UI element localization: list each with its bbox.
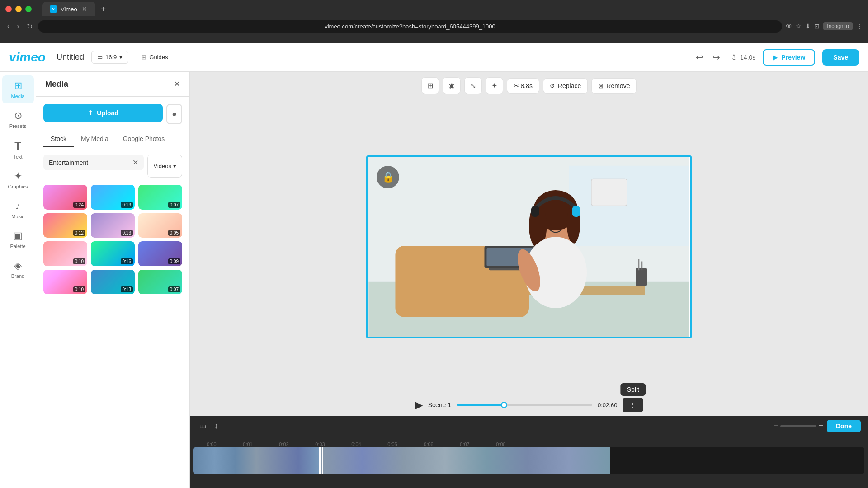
tab-close-button[interactable]: ✕ [81, 5, 88, 13]
menu-icon: ⋮ [856, 23, 863, 30]
sidebar-item-palette[interactable]: ▣ Palette [2, 225, 34, 253]
aspect-ratio-button[interactable]: ▭ 16:9 ▾ [91, 51, 128, 64]
new-tab-button[interactable]: + [97, 4, 110, 14]
remove-icon: ⊠ [598, 82, 604, 89]
tab-google-photos[interactable]: Google Photos [116, 131, 172, 147]
undo-redo-group: ↩ ↪ [692, 48, 724, 66]
split-tooltip[interactable]: Split [621, 383, 646, 396]
project-title[interactable]: Untitled [57, 52, 84, 62]
split-button[interactable]: ⋮ [623, 398, 643, 412]
zoom-slider[interactable] [780, 425, 816, 427]
playhead[interactable] [322, 447, 323, 474]
ruler-0:02: 0:02 [266, 441, 302, 447]
upload-icon: ⬆ [88, 109, 93, 117]
done-button[interactable]: Done [827, 420, 861, 432]
upload-button[interactable]: ⬆ Upload [43, 104, 163, 122]
media-thumb-2[interactable]: 0:19 [91, 185, 135, 210]
canvas-lock-icon: 🔒 [377, 166, 399, 188]
back-button[interactable]: ‹ [5, 20, 11, 32]
expand-icon: ⤡ [470, 81, 476, 90]
timeline: ⧢ ↕ − + Done 0:00 0:01 0:02 0:03 [190, 416, 868, 488]
sidebar-item-music[interactable]: ♪ Music [2, 196, 34, 224]
sidebar-item-brand[interactable]: ◈ Brand [2, 255, 34, 283]
undo-button[interactable]: ↩ [692, 48, 707, 66]
active-tab[interactable]: V Vimeo ✕ [42, 2, 95, 16]
zoom-out-button[interactable]: − [774, 421, 779, 431]
sidebar-item-media[interactable]: ⊞ Media [2, 75, 34, 103]
sidebar-label-text: Text [13, 154, 22, 160]
media-thumb-1[interactable]: 0:24 [43, 185, 87, 210]
redo-button[interactable]: ↪ [709, 48, 724, 66]
window-maximize[interactable] [25, 6, 32, 12]
scene-label: Scene 1 [428, 401, 451, 408]
download-icon: ⬇ [805, 23, 811, 30]
svg-rect-3 [569, 165, 689, 245]
window-controls[interactable] [5, 6, 32, 12]
media-thumb-10[interactable]: 0:10 [43, 270, 87, 295]
svg-rect-20 [591, 179, 627, 206]
ruler-0:00: 0:00 [193, 441, 230, 447]
sidebar-item-presets[interactable]: ⊙ Presets [2, 105, 34, 133]
tab-stock[interactable]: Stock [43, 131, 74, 147]
svg-rect-19 [641, 261, 642, 270]
main-content: ⊞ Media ⊙ Presets T Text ✦ Graphics ♪ Mu… [0, 72, 868, 488]
panel-content: ⬆ Upload ● Stock My Media Google Photos [36, 97, 189, 488]
chevron-icon: ▾ [173, 163, 176, 169]
svg-rect-13 [531, 206, 539, 217]
split-timeline-button[interactable]: ⧢ [197, 419, 209, 432]
scene-progress-handle[interactable] [501, 402, 507, 408]
incognito-badge: Incognito [823, 22, 853, 30]
panel-close-button[interactable]: ✕ [174, 79, 180, 89]
refresh-button[interactable]: ↻ [25, 20, 34, 33]
forward-button[interactable]: › [15, 20, 21, 32]
cursor-button[interactable]: ↕ [212, 419, 220, 432]
search-clear-button[interactable]: ✕ [132, 158, 138, 167]
ruler-0:06: 0:06 [410, 441, 447, 447]
top-bar: vimeo Untitled ▭ 16:9 ▾ ⊞ Guides ↩ ↪ ⏱ 1… [0, 43, 868, 72]
ruler-0:08: 0:08 [483, 441, 519, 447]
remove-button[interactable]: ⊠ Remove [591, 78, 637, 94]
media-thumb-9[interactable]: 0:09 [138, 241, 182, 266]
chevron-down-icon: ▾ [119, 54, 123, 61]
media-thumb-12[interactable]: 0:07 [138, 270, 182, 295]
media-thumb-6[interactable]: 0:05 [138, 213, 182, 238]
sidebar-item-text[interactable]: T Text [2, 135, 34, 164]
window-close[interactable] [5, 6, 12, 12]
media-thumb-4[interactable]: 0:12 [43, 213, 87, 238]
magic-button[interactable]: ✦ [486, 77, 503, 94]
address-input[interactable] [38, 20, 783, 33]
save-button[interactable]: Save [822, 49, 859, 66]
media-thumb-3[interactable]: 0:07 [138, 185, 182, 210]
sidebar-label-brand: Brand [11, 273, 24, 279]
play-button[interactable]: ▶ [415, 399, 423, 411]
media-grid: 0:24 0:19 0:07 0:12 [43, 185, 182, 294]
vimeo-logo: vimeo [9, 50, 46, 65]
palette-icon: ▣ [13, 230, 23, 242]
sidebar-item-graphics[interactable]: ✦ Graphics [2, 166, 34, 194]
zoom-in-button[interactable]: + [818, 421, 823, 431]
upload-row: ⬆ Upload ● [43, 104, 182, 124]
media-thumb-5[interactable]: 0:13 [91, 213, 135, 238]
media-thumb-8[interactable]: 0:16 [91, 241, 135, 266]
svg-rect-18 [638, 259, 639, 270]
tab-my-media[interactable]: My Media [74, 131, 116, 147]
media-thumb-7[interactable]: 0:10 [43, 241, 87, 266]
search-input[interactable] [49, 159, 129, 166]
preview-button[interactable]: ▶ Preview [763, 49, 815, 66]
grid-view-button[interactable]: ⊞ [421, 77, 439, 94]
thumb-duration-11: 0:13 [121, 286, 133, 292]
color-wheel-icon: ◉ [448, 81, 455, 90]
filter-button[interactable]: Videos ▾ [147, 155, 182, 178]
window-minimize[interactable] [15, 6, 22, 12]
expand-button[interactable]: ⤡ [464, 77, 482, 94]
color-button[interactable]: ◉ [443, 77, 461, 94]
media-thumb-11[interactable]: 0:13 [91, 270, 135, 295]
guides-button[interactable]: ⊞ Guides [136, 51, 174, 64]
scene-progress-bar[interactable] [457, 404, 592, 406]
replace-button[interactable]: ↺ Replace [543, 78, 588, 94]
split-icon: ⋮ [630, 401, 636, 408]
timeline-track[interactable] [193, 447, 864, 474]
scene-bar: ▶ Scene 1 0:02.60 ⋮ Split [190, 394, 868, 416]
record-button[interactable]: ● [166, 104, 182, 124]
video-canvas[interactable]: 🔒 [366, 155, 692, 338]
